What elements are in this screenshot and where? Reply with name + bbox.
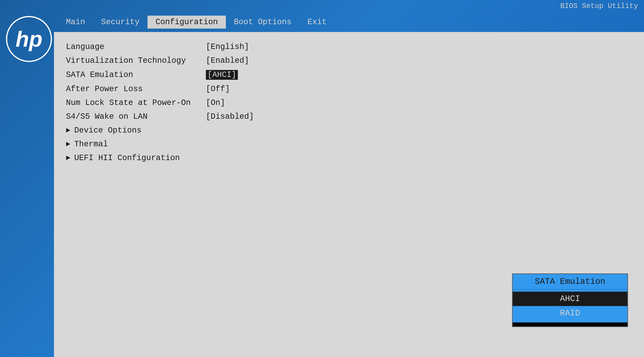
setting-value-num-lock: [On] <box>206 98 225 107</box>
nav-item-exit[interactable]: Exit <box>300 16 334 28</box>
setting-row-num-lock[interactable]: Num Lock State at Power-On [On] <box>66 96 632 110</box>
arrow-uefi-hii: ► <box>66 154 70 162</box>
setting-row-sata-emulation[interactable]: SATA Emulation [AHCI] <box>66 68 632 82</box>
setting-label-after-power-loss: After Power Loss <box>66 84 206 94</box>
setting-row-virt-tech[interactable]: Virtualization Technology [Enabled] <box>66 54 632 68</box>
bios-title: BIOS Setup Utility <box>560 2 638 10</box>
nav-item-boot-options[interactable]: Boot Options <box>226 16 300 28</box>
setting-label-sata-emulation: SATA Emulation <box>66 70 206 79</box>
dropdown-option-raid[interactable]: RAID <box>513 306 628 320</box>
hp-logo: hp <box>6 16 52 62</box>
submenu-label-device-options: Device Options <box>74 126 142 135</box>
submenu-label-uefi-hii: UEFI HII Configuration <box>74 154 180 162</box>
dropdown-option-ahci[interactable]: AHCI <box>513 292 628 306</box>
submenu-row-uefi-hii[interactable]: ► UEFI HII Configuration <box>66 151 632 165</box>
arrow-thermal: ► <box>66 140 70 148</box>
setting-value-wake-on-lan: [Disabled] <box>206 112 254 121</box>
setting-value-sata-emulation: [AHCI] <box>206 70 238 80</box>
submenu-label-thermal: Thermal <box>74 140 108 149</box>
nav-item-configuration[interactable]: Configuration <box>148 16 226 28</box>
setting-label-virt-tech: Virtualization Technology <box>66 56 206 65</box>
submenu-row-thermal[interactable]: ► Thermal <box>66 137 632 151</box>
hp-logo-text: hp <box>16 28 42 50</box>
submenu-row-device-options[interactable]: ► Device Options <box>66 124 632 137</box>
setting-value-after-power-loss: [Off] <box>206 84 230 94</box>
content-panel: Language [English] Virtualization Techno… <box>54 32 644 357</box>
nav-item-main[interactable]: Main <box>58 16 93 28</box>
setting-value-virt-tech: [Enabled] <box>206 56 249 65</box>
arrow-device-options: ► <box>66 126 70 134</box>
setting-label-wake-on-lan: S4/S5 Wake on LAN <box>66 112 206 121</box>
sata-emulation-dropdown: SATA Emulation AHCI RAID <box>512 274 628 327</box>
setting-row-wake-on-lan[interactable]: S4/S5 Wake on LAN [Disabled] <box>66 110 632 124</box>
settings-table: Language [English] Virtualization Techno… <box>66 40 632 165</box>
dropdown-body: AHCI RAID <box>513 290 628 322</box>
setting-row-language[interactable]: Language [English] <box>66 40 632 54</box>
setting-value-language: [English] <box>206 42 249 51</box>
setting-row-after-power-loss[interactable]: After Power Loss [Off] <box>66 82 632 96</box>
setting-label-num-lock: Num Lock State at Power-On <box>66 98 206 107</box>
dropdown-title: SATA Emulation <box>513 274 628 290</box>
setting-label-language: Language <box>66 42 206 51</box>
dropdown-bottom-border <box>513 322 628 326</box>
nav-item-security[interactable]: Security <box>93 16 148 28</box>
nav-bar: Main Security Configuration Boot Options… <box>54 14 644 30</box>
